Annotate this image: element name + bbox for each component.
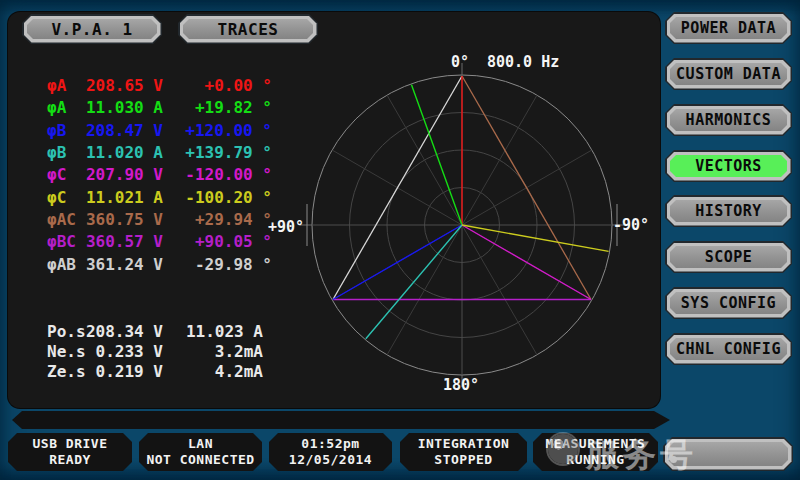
status-chip-2-line1: 01:52pm — [301, 436, 359, 452]
nav-button-ring: CHNL CONFIG — [667, 335, 791, 364]
grid-spoke-30 — [387, 95, 462, 225]
blank-softkey-button[interactable] — [663, 437, 793, 471]
status-chip-1-line1: LAN — [188, 436, 213, 452]
nav-button-label: CHNL CONFIG — [670, 338, 787, 360]
vector-ia — [411, 85, 462, 225]
grid-spoke-150 — [387, 225, 462, 355]
status-chip-4-line1: MEASUREMENTS — [546, 436, 646, 452]
axis-label-0deg: 0° — [438, 54, 482, 71]
status-chip-lan[interactable]: LANNOT CONNECTED — [139, 433, 262, 471]
nav-button-ring: VECTORS — [667, 152, 791, 181]
vector-vb — [333, 225, 462, 300]
status-chip-01-52pm[interactable]: 01:52pm12/05/2014 — [269, 433, 392, 471]
status-chip-2-line2: 12/05/2014 — [289, 452, 372, 468]
grid-spoke-210 — [462, 225, 537, 355]
trace-vab — [333, 76, 462, 300]
status-chip-usb-drive[interactable]: USB DRIVEREADY — [8, 433, 132, 471]
status-chip-1-line2: NOT CONNECTED — [146, 452, 254, 468]
nav-button-label: HISTORY — [670, 200, 787, 222]
nav-button-chnl-config[interactable]: CHNL CONFIG — [665, 333, 792, 365]
nav-button-vectors[interactable]: VECTORS — [665, 150, 792, 182]
message-bar — [12, 411, 670, 429]
nav-button-label: SCOPE — [670, 246, 787, 268]
axis-label-minus90deg: -90° — [613, 217, 649, 234]
status-chip-0-line1: USB DRIVE — [33, 436, 108, 452]
nav-button-label: VECTORS — [670, 155, 787, 177]
nav-button-ring: SCOPE — [667, 243, 791, 272]
grid-spoke-330 — [462, 95, 537, 225]
status-chip-3-line2: STOPPED — [434, 452, 492, 468]
status-chip-measurements[interactable]: MEASUREMENTSRUNNING — [533, 433, 658, 471]
screen: { "header": { "vpa_button": "V.P.A. 1", … — [0, 0, 800, 480]
nav-button-history[interactable]: HISTORY — [665, 195, 792, 227]
status-chip-integration[interactable]: INTEGRATIONSTOPPED — [400, 433, 527, 471]
nav-button-ring: POWER DATA — [667, 14, 791, 43]
nav-button-custom-data[interactable]: CUSTOM DATA — [665, 58, 792, 90]
frequency-readout: 800.0 Hz — [487, 54, 559, 71]
nav-button-scope[interactable]: SCOPE — [665, 241, 792, 273]
status-chip-0-line2: READY — [49, 452, 91, 468]
status-chip-4-line2: RUNNING — [566, 452, 624, 468]
nav-button-label: HARMONICS — [670, 109, 787, 131]
nav-button-label: SYS CONFIG — [670, 292, 787, 314]
vector-chart — [8, 12, 660, 408]
blank-softkey-ring — [665, 439, 792, 470]
axis-label-180deg: 180° — [435, 377, 487, 394]
nav-button-ring: CUSTOM DATA — [667, 60, 791, 89]
blank-softkey-face — [668, 442, 788, 466]
vector-ib — [366, 225, 462, 339]
nav-button-ring: HARMONICS — [667, 106, 791, 135]
axis-label-plus90deg: +90° — [254, 219, 304, 236]
nav-button-power-data[interactable]: POWER DATA — [665, 12, 792, 44]
nav-button-harmonics[interactable]: HARMONICS — [665, 104, 792, 136]
trace-vac — [462, 76, 591, 300]
nav-button-ring: HISTORY — [667, 197, 791, 226]
nav-button-sys-config[interactable]: SYS CONFIG — [665, 287, 792, 319]
nav-button-label: CUSTOM DATA — [670, 63, 787, 85]
nav-button-ring: SYS CONFIG — [667, 289, 791, 318]
status-chip-3-line1: INTEGRATION — [418, 436, 510, 452]
nav-button-label: POWER DATA — [670, 17, 787, 39]
